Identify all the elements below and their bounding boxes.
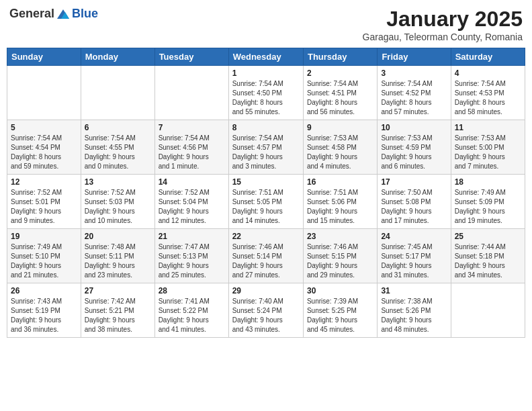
day-info: Sunrise: 7:54 AM Sunset: 4:56 PM Dayligh… — [159, 134, 225, 171]
day-info: Sunrise: 7:54 AM Sunset: 4:54 PM Dayligh… — [11, 134, 77, 171]
day-info: Sunrise: 7:54 AM Sunset: 4:57 PM Dayligh… — [232, 134, 300, 171]
calendar-cell: 9Sunrise: 7:53 AM Sunset: 4:58 PM Daylig… — [303, 120, 377, 175]
calendar-cell: 26Sunrise: 7:43 AM Sunset: 5:19 PM Dayli… — [7, 283, 81, 338]
day-info: Sunrise: 7:42 AM Sunset: 5:21 PM Dayligh… — [85, 297, 151, 334]
logo-icon — [56, 8, 71, 20]
calendar-cell: 30Sunrise: 7:39 AM Sunset: 5:25 PM Dayli… — [303, 283, 377, 338]
day-number: 17 — [381, 177, 447, 187]
calendar-cell: 22Sunrise: 7:46 AM Sunset: 5:14 PM Dayli… — [228, 229, 303, 283]
calendar-cell: 5Sunrise: 7:54 AM Sunset: 4:54 PM Daylig… — [7, 120, 81, 175]
day-number: 15 — [232, 177, 300, 187]
day-header-tuesday: Tuesday — [154, 48, 228, 66]
calendar-cell: 27Sunrise: 7:42 AM Sunset: 5:21 PM Dayli… — [81, 283, 154, 338]
day-info: Sunrise: 7:43 AM Sunset: 5:19 PM Dayligh… — [11, 297, 77, 334]
day-info: Sunrise: 7:40 AM Sunset: 5:24 PM Dayligh… — [232, 297, 300, 334]
day-number: 27 — [85, 286, 151, 295]
day-info: Sunrise: 7:48 AM Sunset: 5:11 PM Dayligh… — [85, 242, 151, 280]
calendar-cell: 12Sunrise: 7:52 AM Sunset: 5:01 PM Dayli… — [7, 175, 81, 229]
day-info: Sunrise: 7:52 AM Sunset: 5:04 PM Dayligh… — [159, 188, 225, 226]
day-number: 13 — [85, 177, 151, 187]
calendar-cell: 15Sunrise: 7:51 AM Sunset: 5:05 PM Dayli… — [228, 175, 303, 229]
day-number: 24 — [381, 232, 447, 241]
calendar-cell: 16Sunrise: 7:51 AM Sunset: 5:06 PM Dayli… — [303, 175, 377, 229]
day-info: Sunrise: 7:49 AM Sunset: 5:10 PM Dayligh… — [11, 242, 77, 280]
calendar-cell: 28Sunrise: 7:41 AM Sunset: 5:22 PM Dayli… — [154, 283, 228, 338]
calendar-week-4: 19Sunrise: 7:49 AM Sunset: 5:10 PM Dayli… — [7, 229, 525, 283]
location: Garagau, Teleorman County, Romania — [363, 32, 523, 42]
calendar-cell: 11Sunrise: 7:53 AM Sunset: 5:00 PM Dayli… — [451, 120, 525, 175]
calendar-cell: 31Sunrise: 7:38 AM Sunset: 5:26 PM Dayli… — [378, 283, 451, 338]
day-info: Sunrise: 7:47 AM Sunset: 5:13 PM Dayligh… — [159, 242, 225, 280]
title-block: January 2025 Garagau, Teleorman County, … — [363, 7, 523, 42]
day-info: Sunrise: 7:54 AM Sunset: 4:55 PM Dayligh… — [85, 134, 151, 171]
calendar-cell: 3Sunrise: 7:54 AM Sunset: 4:52 PM Daylig… — [378, 66, 451, 120]
day-info: Sunrise: 7:51 AM Sunset: 5:05 PM Dayligh… — [232, 188, 300, 226]
day-number: 7 — [159, 123, 225, 132]
calendar-cell: 25Sunrise: 7:44 AM Sunset: 5:18 PM Dayli… — [451, 229, 525, 283]
calendar-cell: 17Sunrise: 7:50 AM Sunset: 5:08 PM Dayli… — [378, 175, 451, 229]
day-header-friday: Friday — [378, 48, 451, 66]
day-number: 26 — [11, 286, 77, 295]
day-number: 28 — [159, 286, 225, 295]
day-number: 12 — [11, 177, 77, 187]
day-info: Sunrise: 7:41 AM Sunset: 5:22 PM Dayligh… — [159, 297, 225, 334]
day-info: Sunrise: 7:52 AM Sunset: 5:03 PM Dayligh… — [85, 188, 151, 226]
calendar-cell: 1Sunrise: 7:54 AM Sunset: 4:50 PM Daylig… — [228, 66, 303, 120]
calendar-week-2: 5Sunrise: 7:54 AM Sunset: 4:54 PM Daylig… — [7, 120, 525, 175]
day-header-wednesday: Wednesday — [228, 48, 303, 66]
logo-blue-text: Blue — [72, 7, 98, 21]
calendar-cell — [451, 283, 525, 338]
calendar-cell: 20Sunrise: 7:48 AM Sunset: 5:11 PM Dayli… — [81, 229, 154, 283]
day-number: 31 — [381, 286, 447, 295]
day-number: 21 — [159, 232, 225, 241]
day-info: Sunrise: 7:50 AM Sunset: 5:08 PM Dayligh… — [381, 188, 447, 226]
day-info: Sunrise: 7:52 AM Sunset: 5:01 PM Dayligh… — [11, 188, 77, 226]
calendar-header-row: SundayMondayTuesdayWednesdayThursdayFrid… — [7, 48, 525, 66]
day-info: Sunrise: 7:54 AM Sunset: 4:52 PM Dayligh… — [381, 79, 447, 117]
day-info: Sunrise: 7:45 AM Sunset: 5:17 PM Dayligh… — [381, 242, 447, 280]
day-info: Sunrise: 7:54 AM Sunset: 4:53 PM Dayligh… — [455, 79, 521, 117]
calendar-cell — [7, 66, 81, 120]
calendar-week-5: 26Sunrise: 7:43 AM Sunset: 5:19 PM Dayli… — [7, 283, 525, 338]
day-number: 9 — [307, 123, 373, 132]
day-number: 19 — [11, 232, 77, 241]
day-number: 22 — [232, 232, 300, 241]
day-info: Sunrise: 7:46 AM Sunset: 5:14 PM Dayligh… — [232, 242, 300, 280]
day-number: 16 — [307, 177, 373, 187]
day-number: 25 — [455, 232, 521, 241]
day-number: 1 — [232, 68, 300, 78]
day-number: 20 — [85, 232, 151, 241]
calendar-cell: 14Sunrise: 7:52 AM Sunset: 5:04 PM Dayli… — [154, 175, 228, 229]
calendar-cell: 21Sunrise: 7:47 AM Sunset: 5:13 PM Dayli… — [154, 229, 228, 283]
day-info: Sunrise: 7:44 AM Sunset: 5:18 PM Dayligh… — [455, 242, 521, 280]
day-number: 6 — [85, 123, 151, 132]
calendar-cell: 23Sunrise: 7:46 AM Sunset: 5:15 PM Dayli… — [303, 229, 377, 283]
calendar-cell: 2Sunrise: 7:54 AM Sunset: 4:51 PM Daylig… — [303, 66, 377, 120]
calendar-cell: 18Sunrise: 7:49 AM Sunset: 5:09 PM Dayli… — [451, 175, 525, 229]
day-number: 5 — [11, 123, 77, 132]
day-number: 18 — [455, 177, 521, 187]
calendar-cell — [154, 66, 228, 120]
day-number: 29 — [232, 286, 300, 295]
calendar-cell — [81, 66, 154, 120]
day-info: Sunrise: 7:53 AM Sunset: 5:00 PM Dayligh… — [455, 134, 521, 171]
day-info: Sunrise: 7:54 AM Sunset: 4:50 PM Dayligh… — [232, 79, 300, 117]
day-info: Sunrise: 7:49 AM Sunset: 5:09 PM Dayligh… — [455, 188, 521, 226]
calendar-cell: 7Sunrise: 7:54 AM Sunset: 4:56 PM Daylig… — [154, 120, 228, 175]
calendar-cell: 24Sunrise: 7:45 AM Sunset: 5:17 PM Dayli… — [378, 229, 451, 283]
calendar-cell: 8Sunrise: 7:54 AM Sunset: 4:57 PM Daylig… — [228, 120, 303, 175]
calendar-cell: 10Sunrise: 7:53 AM Sunset: 4:59 PM Dayli… — [378, 120, 451, 175]
calendar-cell: 29Sunrise: 7:40 AM Sunset: 5:24 PM Dayli… — [228, 283, 303, 338]
day-info: Sunrise: 7:39 AM Sunset: 5:25 PM Dayligh… — [307, 297, 373, 334]
calendar-cell: 19Sunrise: 7:49 AM Sunset: 5:10 PM Dayli… — [7, 229, 81, 283]
day-header-monday: Monday — [81, 48, 154, 66]
day-header-saturday: Saturday — [451, 48, 525, 66]
day-number: 11 — [455, 123, 521, 132]
day-info: Sunrise: 7:54 AM Sunset: 4:51 PM Dayligh… — [307, 79, 373, 117]
calendar-cell: 13Sunrise: 7:52 AM Sunset: 5:03 PM Dayli… — [81, 175, 154, 229]
day-number: 2 — [307, 68, 373, 78]
logo-general-text: General — [9, 7, 54, 21]
calendar-week-1: 1Sunrise: 7:54 AM Sunset: 4:50 PM Daylig… — [7, 66, 525, 120]
day-number: 10 — [381, 123, 447, 132]
calendar-week-3: 12Sunrise: 7:52 AM Sunset: 5:01 PM Dayli… — [7, 175, 525, 229]
